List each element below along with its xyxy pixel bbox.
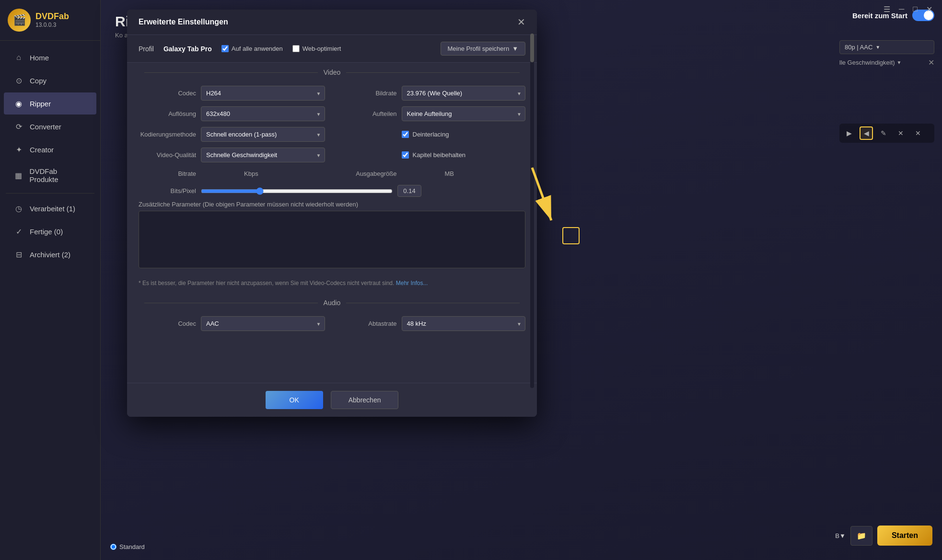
sidebar-item-fertige-label: Fertige (0) xyxy=(30,228,63,236)
sidebar-item-verarbeitet[interactable]: ◷ Verarbeitet (1) xyxy=(4,197,96,219)
output-size-input[interactable]: 666 xyxy=(402,170,440,177)
sidebar-item-fertige[interactable]: ✓ Fertige (0) xyxy=(4,220,96,242)
edit-icon-btn[interactable]: ✎ xyxy=(877,126,890,140)
close-app-button[interactable]: ✕ xyxy=(926,5,932,14)
sidebar-item-ripper[interactable]: ◉ Ripper xyxy=(4,92,96,114)
apply-all-label: Auf alle anwenden xyxy=(232,45,283,52)
hint-text: * Es ist besser, die Parameter hier nich… xyxy=(127,275,537,293)
minimize-button[interactable]: ─ xyxy=(899,5,904,14)
codec-select[interactable]: H264 xyxy=(201,86,325,101)
app-logo-icon: 🎬 xyxy=(8,9,31,32)
audio-rate-label: Abtastrate xyxy=(339,320,397,327)
deinterlacing-label: Deinterlacing xyxy=(413,131,449,138)
apply-all-checkbox[interactable] xyxy=(221,45,229,52)
sidebar-item-home-label: Home xyxy=(30,54,49,62)
sidebar: 🎬 DVDFab 13.0.0.3 ⌂ Home ⊙ Copy ◉ Ripper… xyxy=(0,0,101,560)
sidebar-item-archiviert[interactable]: ⊟ Archiviert (2) xyxy=(4,243,96,265)
creator-icon: ✦ xyxy=(13,144,24,155)
resolution-select[interactable]: 632x480 xyxy=(201,106,325,121)
dialog-scrollbar-track xyxy=(530,34,534,388)
bitrate-kbps-input[interactable]: 1042 xyxy=(201,170,239,177)
cancel-button[interactable]: Abbrechen xyxy=(331,391,399,409)
delete2-icon-btn[interactable]: ✕ xyxy=(911,126,925,140)
codec-select-wrapper: H264 xyxy=(201,86,325,101)
bits-pixel-slider[interactable] xyxy=(201,187,393,195)
video-quality-row: Video-Qualität Schnelle Geschwindigkeit xyxy=(139,148,325,162)
save-profile-button[interactable]: Meine Profil speichern ▼ xyxy=(441,42,526,56)
deinterlacing-group: Deinterlacing xyxy=(402,131,449,138)
fertige-icon: ✓ xyxy=(13,226,24,237)
standard-radio[interactable] xyxy=(110,544,116,550)
encoding-select-wrapper: Schnell encoden (1-pass) xyxy=(201,127,325,142)
audio-rate-select[interactable]: 48 kHz xyxy=(402,316,526,331)
audio-codec-select-wrapper: AAC xyxy=(201,316,325,331)
video-section-divider: Video xyxy=(127,63,537,82)
sidebar-item-converter[interactable]: ⟳ Converter xyxy=(4,115,96,137)
save-profile-label: Meine Profil speichern xyxy=(448,45,510,52)
video-section-label: Video xyxy=(324,69,341,76)
output-size-label: Ausgabegröße xyxy=(339,170,397,177)
standard-label: Standard xyxy=(119,543,145,550)
profile-row: Profil Galaxy Tab Pro Auf alle anwenden … xyxy=(127,35,537,63)
status-items: ▶ ◀ ✎ ✕ ✕ xyxy=(839,124,934,143)
additional-params-label: Zusätzliche Parameter (Die obigen Parame… xyxy=(139,201,525,208)
quality-dropdown-arrow: ▼ xyxy=(897,60,902,65)
dialog-scrollbar-thumb[interactable] xyxy=(530,34,534,62)
sidebar-item-home[interactable]: ⌂ Home xyxy=(4,46,96,69)
video-form-grid: Codec H264 Bildrate 23.976 (Wie Quelle) … xyxy=(127,82,537,166)
profile-dropdown-label: 80p | AAC xyxy=(845,44,872,51)
dvdfab-produkte-icon: ▦ xyxy=(13,170,24,181)
video-quality-label: Video-Qualität xyxy=(139,151,196,159)
audio-codec-row: Codec AAC xyxy=(139,316,325,331)
additional-params-textarea[interactable] xyxy=(139,211,525,268)
keep-chapters-group: Kapitel beibehalten xyxy=(402,151,466,159)
hint-mehr-infos-link[interactable]: Mehr Infos... xyxy=(396,280,428,286)
encoding-select[interactable]: Schnell encoden (1-pass) xyxy=(201,127,325,142)
menu-icon[interactable]: ☰ xyxy=(884,5,890,14)
sidebar-item-dvdfab-produkte[interactable]: ▦ DVDFab Produkte xyxy=(4,161,96,189)
b-label[interactable]: B▼ xyxy=(835,532,846,539)
app-version: 13.0.0.3 xyxy=(35,22,69,28)
close-panel-btn-area: lle Geschwindigkeit) ▼ ✕ xyxy=(839,59,934,66)
bitrate-kbps-label: Bitrate xyxy=(139,170,196,177)
delete-icon-btn[interactable]: ✕ xyxy=(894,126,907,140)
play-icon-btn[interactable]: ▶ xyxy=(842,126,856,140)
web-optimized-checkbox[interactable] xyxy=(292,45,300,52)
bildrate-select[interactable]: 23.976 (Wie Quelle) xyxy=(402,86,526,101)
panel-close-icon[interactable]: ✕ xyxy=(928,58,934,67)
audio-codec-label: Codec xyxy=(139,320,196,327)
bitrate-kbps-unit: Kbps xyxy=(244,170,258,177)
keep-chapters-checkbox[interactable] xyxy=(402,151,409,159)
back-icon-btn[interactable]: ◀ xyxy=(860,126,873,140)
bitrate-row: Bildrate 23.976 (Wie Quelle) xyxy=(339,86,526,101)
hint-text-content: * Es ist besser, die Parameter hier nich… xyxy=(139,280,394,286)
deinterlacing-checkbox[interactable] xyxy=(402,131,409,138)
profile-dropdown-small[interactable]: 80p | AAC ▼ xyxy=(839,40,934,54)
sidebar-item-creator[interactable]: ✦ Creator xyxy=(4,138,96,160)
sidebar-item-copy-label: Copy xyxy=(30,77,47,85)
resolution-select-wrapper: 632x480 xyxy=(201,106,325,121)
start-button[interactable]: Starten xyxy=(877,526,932,546)
sidebar-item-copy[interactable]: ⊙ Copy xyxy=(4,69,96,91)
web-optimized-label: Web-optimiert xyxy=(302,45,341,52)
verarbeitet-icon: ◷ xyxy=(13,203,24,214)
maximize-button[interactable]: □ xyxy=(913,5,918,14)
bits-pixel-value: 0.14 xyxy=(397,185,421,197)
folder-button[interactable]: 📁 xyxy=(850,526,872,546)
audio-section-divider: Audio xyxy=(127,293,537,312)
split-select[interactable]: Keine Aufteilung xyxy=(402,106,526,121)
archiviert-icon: ⊟ xyxy=(13,249,24,260)
bits-pixel-label: Bits/Pixel xyxy=(139,187,196,194)
sidebar-item-ripper-label: Ripper xyxy=(30,100,51,108)
profile-section: 80p | AAC ▼ lle Geschwindigkeit) ▼ ✕ ▶ ◀… xyxy=(839,40,934,143)
audio-codec-select[interactable]: AAC xyxy=(201,316,325,331)
ok-button[interactable]: OK xyxy=(266,391,323,409)
encoding-label: Kodierungsmethode xyxy=(139,131,196,138)
video-quality-select[interactable]: Schnelle Geschwindigkeit xyxy=(201,148,325,162)
codec-row: Codec H264 xyxy=(139,86,325,101)
audio-rate-select-wrapper: 48 kHz xyxy=(402,316,526,331)
profile-dropdown-arrow: ▼ xyxy=(875,45,880,50)
logo-area: 🎬 DVDFab 13.0.0.3 xyxy=(0,0,100,41)
resolution-label: Auflösung xyxy=(139,110,196,117)
dialog-close-button[interactable]: ✕ xyxy=(517,17,525,27)
